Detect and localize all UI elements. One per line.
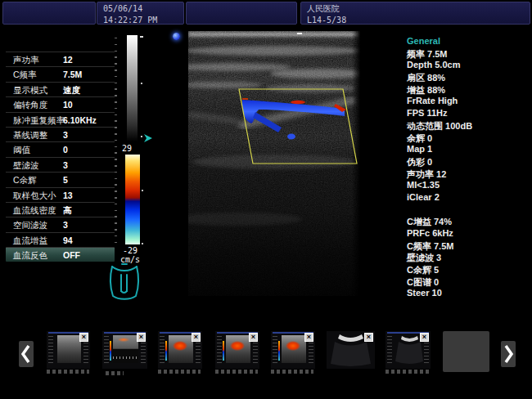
- date-text: 05/06/14: [97, 2, 183, 14]
- thumbnail-2[interactable]: ×: [102, 331, 147, 369]
- param-row-display-mode[interactable]: 显示模式速度: [6, 82, 115, 96]
- param-label: 脉冲重复频率: [13, 115, 65, 127]
- thumb-colorbar: [223, 341, 224, 361]
- ultrasound-screen: 05/06/14 14:22:27 PM 人民医院 L14-5/38 声功率12…: [0, 0, 532, 399]
- info-line: 增益 88%: [407, 84, 530, 96]
- topbar-logo-box: [2, 2, 96, 25]
- param-label: 壁滤波: [13, 160, 39, 172]
- param-row-wall-filter[interactable]: 壁滤波3: [6, 157, 115, 172]
- info-line: C图谱 0: [407, 276, 530, 289]
- param-label: 基线调整: [13, 130, 47, 141]
- probe-model: L14-5/38: [301, 14, 530, 25]
- body-marker-icon[interactable]: [106, 262, 143, 311]
- param-label: 血流线密度: [13, 205, 56, 217]
- info-line-spacer: [407, 204, 530, 217]
- thumb-left-text: [48, 336, 53, 365]
- param-row-spatial-filter[interactable]: 空间滤波3: [6, 217, 115, 231]
- thumb-annotation-marks: [158, 370, 201, 374]
- thumb-colorbar: [110, 341, 111, 361]
- param-value: 3: [63, 130, 68, 140]
- preset-title: General: [407, 36, 530, 48]
- thumbnail-1[interactable]: ×: [47, 331, 90, 369]
- thumb-left-text: [387, 336, 392, 365]
- close-icon[interactable]: ×: [137, 333, 146, 342]
- param-row-packet-size[interactable]: 取样包大小13: [6, 187, 115, 202]
- info-line: Steer 10: [407, 288, 530, 300]
- param-row-prf[interactable]: 脉冲重复频率6.10KHz: [6, 112, 115, 127]
- param-row-threshold[interactable]: 阈值0: [6, 141, 115, 156]
- thumb-annotation-marks: [47, 370, 89, 374]
- close-icon[interactable]: ×: [249, 333, 258, 342]
- thumb-left-text: [273, 336, 277, 365]
- info-line: iClear 2: [407, 192, 530, 204]
- scale-dot: [141, 83, 142, 84]
- param-label: 显示模式: [13, 85, 47, 96]
- gain-marker-icon[interactable]: [143, 132, 153, 146]
- close-icon[interactable]: ×: [364, 333, 373, 342]
- thumb-annotation-marks: [271, 370, 313, 374]
- imaging-info-panel: General 频率 7.5M Depth 5.0cm 扇区 88% 增益 88…: [407, 36, 530, 300]
- chevron-left-icon: [20, 343, 33, 365]
- param-row-color-gain[interactable]: 血流增益94: [6, 232, 115, 247]
- parameter-panel: 声功率12 C频率7.5M 显示模式速度 偏转角度10 脉冲重复频率6.10KH…: [6, 52, 115, 262]
- param-row-c-persistence[interactable]: C余辉5: [6, 172, 115, 186]
- thumb-colorbar: [165, 341, 167, 361]
- info-line: FPS 11Hz: [407, 108, 530, 120]
- param-label: 取样包大小: [13, 191, 56, 202]
- info-line: 频率 7.5M: [407, 48, 530, 61]
- param-label: 血流反色: [13, 250, 47, 262]
- param-row-steer-angle[interactable]: 偏转角度10: [6, 96, 115, 111]
- close-icon[interactable]: ×: [304, 333, 313, 342]
- hospital-name: 人民医院: [301, 2, 530, 14]
- depth-ruler: [115, 38, 117, 244]
- scale-dot: [142, 190, 143, 191]
- param-label: 血流增益: [13, 235, 47, 247]
- focus-indicator-icon: [173, 33, 180, 40]
- param-label: 声功率: [13, 55, 39, 66]
- param-value: OFF: [63, 250, 80, 260]
- thumb-left-text: [104, 336, 109, 365]
- param-label: C频率: [13, 69, 37, 81]
- thumbnail-6[interactable]: ×: [327, 331, 375, 369]
- param-label: 偏转角度: [13, 100, 47, 111]
- info-line: Map 1: [407, 144, 530, 156]
- thumb-annotation-marks: [385, 370, 430, 374]
- param-row-line-density[interactable]: 血流线密度高: [6, 202, 115, 217]
- prev-thumbnails-button[interactable]: [19, 341, 34, 367]
- thumbnail-8-empty[interactable]: [443, 331, 489, 372]
- thumbnail-5[interactable]: ×: [271, 331, 315, 369]
- thumb-image: [169, 335, 193, 363]
- param-row-c-frequency[interactable]: C频率7.5M: [6, 66, 115, 81]
- velocity-min-label: -29: [123, 246, 138, 255]
- param-value: 3: [63, 160, 68, 170]
- info-line: 余辉 0: [407, 132, 530, 145]
- thumbnail-3[interactable]: ×: [158, 331, 202, 369]
- thumb-image: [57, 335, 81, 363]
- thumbnail-7[interactable]: ×: [385, 331, 431, 369]
- param-row-acoustic-power[interactable]: 声功率12: [6, 52, 115, 66]
- param-label: 空间滤波: [13, 220, 47, 231]
- info-line: 动态范围 100dB: [407, 120, 530, 132]
- param-value: 7.5M: [63, 69, 82, 79]
- close-icon[interactable]: ×: [79, 333, 88, 342]
- topbar-hospital-box: 人民医院 L14-5/38: [300, 2, 530, 25]
- param-value: 5: [63, 175, 68, 185]
- param-value: 6.10KHz: [63, 115, 97, 125]
- close-icon[interactable]: ×: [420, 333, 429, 342]
- info-line: C增益 74%: [407, 216, 530, 228]
- thumb-image: [282, 335, 306, 363]
- thumb-left-text: [217, 336, 222, 365]
- param-label: C余辉: [13, 175, 37, 186]
- info-line: 伪彩 0: [407, 156, 530, 168]
- info-line: C频率 7.5M: [407, 240, 530, 253]
- param-value: 13: [63, 191, 73, 200]
- param-row-flow-invert-selected[interactable]: 血流反色OFF: [6, 247, 115, 262]
- param-row-baseline[interactable]: 基线调整3: [6, 127, 115, 141]
- close-icon[interactable]: ×: [192, 333, 201, 342]
- info-line: 声功率 12: [407, 168, 530, 181]
- time-text: 14:22:27 PM: [97, 14, 183, 25]
- thumbnail-4[interactable]: ×: [215, 331, 259, 369]
- ultrasound-image[interactable]: [188, 31, 360, 296]
- thumb-image: [226, 335, 250, 363]
- next-thumbnails-button[interactable]: [501, 341, 516, 367]
